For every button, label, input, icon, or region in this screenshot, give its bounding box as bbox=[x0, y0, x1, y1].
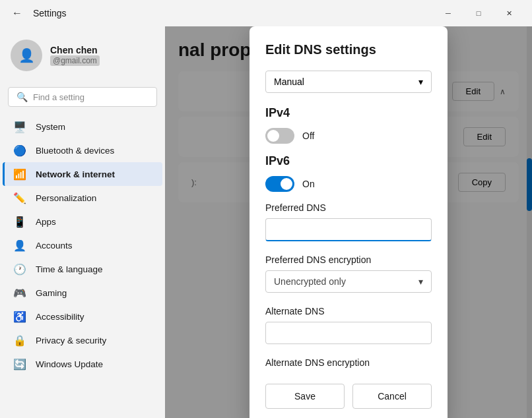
sidebar-item-label: Accessibility bbox=[36, 312, 84, 322]
settings-body: 👤 Chen chen @gmail.com 🔍 Find a setting … bbox=[0, 26, 532, 418]
accounts-icon: 👤 bbox=[13, 239, 26, 252]
apps-icon: 📱 bbox=[13, 215, 26, 228]
user-info: Chen chen @gmail.com bbox=[50, 45, 100, 66]
sidebar-item-personalization[interactable]: ✏️ Personalization bbox=[3, 186, 162, 210]
alternate-dns-encryption-label: Alternate DNS encryption bbox=[265, 357, 432, 368]
cancel-button[interactable]: Cancel bbox=[352, 384, 432, 409]
user-email: @gmail.com bbox=[50, 55, 100, 66]
modal-footer: Save Cancel bbox=[265, 373, 432, 409]
ipv4-header: IPv4 bbox=[265, 106, 432, 120]
back-button[interactable]: ← bbox=[8, 4, 26, 22]
sidebar-item-network[interactable]: 📶 Network & internet bbox=[3, 162, 162, 186]
manual-dropdown[interactable]: Manual ▾ bbox=[265, 71, 432, 93]
modal-overlay: Edit DNS settings Manual ▾ IPv4 Off bbox=[165, 26, 532, 418]
encryption-chevron-icon: ▾ bbox=[418, 276, 423, 287]
dropdown-value: Manual bbox=[274, 76, 304, 87]
sidebar-item-windows-update[interactable]: 🔄 Windows Update bbox=[3, 352, 162, 376]
sidebar-item-label: System bbox=[36, 122, 65, 132]
sidebar-item-label: Windows Update bbox=[36, 359, 103, 369]
sidebar-item-label: Network & internet bbox=[36, 169, 115, 179]
sidebar-item-time[interactable]: 🕐 Time & language bbox=[3, 257, 162, 281]
sidebar-item-label: Personalization bbox=[36, 193, 96, 203]
bluetooth-icon: 🔵 bbox=[13, 144, 26, 157]
ipv6-toggle-row: On bbox=[265, 176, 432, 192]
user-name: Chen chen bbox=[50, 45, 100, 55]
gaming-icon: 🎮 bbox=[13, 286, 26, 299]
ipv6-toggle[interactable] bbox=[265, 176, 294, 192]
privacy-icon: 🔒 bbox=[13, 334, 26, 347]
sidebar-item-label: Apps bbox=[36, 217, 56, 227]
encryption-placeholder: Unencrypted only bbox=[274, 276, 346, 287]
network-icon: 📶 bbox=[13, 167, 26, 181]
sidebar-item-label: Time & language bbox=[36, 264, 103, 274]
time-icon: 🕐 bbox=[13, 262, 26, 276]
sidebar-item-accessibility[interactable]: ♿ Accessibility bbox=[3, 305, 162, 328]
main-content: nal properties Edit ∧ Edit ): Copy bbox=[165, 26, 532, 418]
sidebar: 👤 Chen chen @gmail.com 🔍 Find a setting … bbox=[0, 26, 165, 418]
ipv6-header: IPv6 bbox=[265, 154, 432, 168]
sidebar-item-gaming[interactable]: 🎮 Gaming bbox=[3, 281, 162, 305]
sidebar-item-apps[interactable]: 📱 Apps bbox=[3, 210, 162, 233]
avatar: 👤 bbox=[11, 40, 42, 71]
modal-dialog: Edit DNS settings Manual ▾ IPv4 Off bbox=[249, 26, 448, 418]
preferred-dns-encryption-dropdown[interactable]: Unencrypted only ▾ bbox=[265, 270, 432, 293]
sidebar-item-label: Gaming bbox=[36, 288, 67, 298]
search-box[interactable]: 🔍 Find a setting bbox=[8, 87, 157, 107]
accessibility-icon: ♿ bbox=[13, 310, 26, 323]
alternate-dns-label: Alternate DNS bbox=[265, 306, 432, 316]
sidebar-item-label: Accounts bbox=[36, 241, 73, 251]
sidebar-item-accounts[interactable]: 👤 Accounts bbox=[3, 233, 162, 257]
preferred-dns-input[interactable] bbox=[265, 218, 432, 241]
ipv4-toggle-knob bbox=[267, 130, 279, 142]
chevron-down-icon: ▾ bbox=[418, 76, 423, 87]
personalization-icon: ✏️ bbox=[13, 191, 26, 204]
preferred-dns-encryption-label: Preferred DNS encryption bbox=[265, 254, 432, 265]
sidebar-item-privacy[interactable]: 🔒 Privacy & security bbox=[3, 328, 162, 352]
sidebar-item-label: Privacy & security bbox=[36, 336, 106, 345]
back-icon: ← bbox=[12, 7, 22, 19]
settings-window: ← Settings ─ □ ✕ 👤 Chen chen bbox=[0, 0, 532, 418]
save-button[interactable]: Save bbox=[265, 384, 345, 409]
window-title: Settings bbox=[33, 8, 67, 18]
maximize-button[interactable]: □ bbox=[463, 3, 494, 24]
ipv6-toggle-knob bbox=[281, 178, 292, 190]
update-icon: 🔄 bbox=[13, 357, 26, 371]
title-bar: ← Settings ─ □ ✕ bbox=[0, 0, 532, 26]
ipv4-toggle[interactable] bbox=[265, 128, 294, 144]
modal-title: Edit DNS settings bbox=[265, 42, 432, 57]
ipv6-toggle-label: On bbox=[302, 179, 315, 189]
sidebar-item-label: Bluetooth & devices bbox=[36, 146, 114, 156]
preferred-dns-label: Preferred DNS bbox=[265, 202, 432, 213]
window-controls: ─ □ ✕ bbox=[433, 3, 524, 24]
ipv4-toggle-label: Off bbox=[302, 131, 314, 141]
search-placeholder: Find a setting bbox=[33, 92, 84, 102]
user-profile[interactable]: 👤 Chen chen @gmail.com bbox=[0, 32, 165, 79]
sidebar-item-bluetooth[interactable]: 🔵 Bluetooth & devices bbox=[3, 138, 162, 162]
avatar-icon: 👤 bbox=[18, 47, 35, 63]
sidebar-item-system[interactable]: 🖥️ System bbox=[3, 115, 162, 138]
ipv4-toggle-row: Off bbox=[265, 128, 432, 144]
minimize-button[interactable]: ─ bbox=[433, 3, 463, 24]
search-icon: 🔍 bbox=[17, 92, 28, 102]
alternate-dns-input[interactable] bbox=[265, 322, 432, 344]
close-button[interactable]: ✕ bbox=[494, 3, 524, 24]
system-icon: 🖥️ bbox=[13, 120, 26, 133]
